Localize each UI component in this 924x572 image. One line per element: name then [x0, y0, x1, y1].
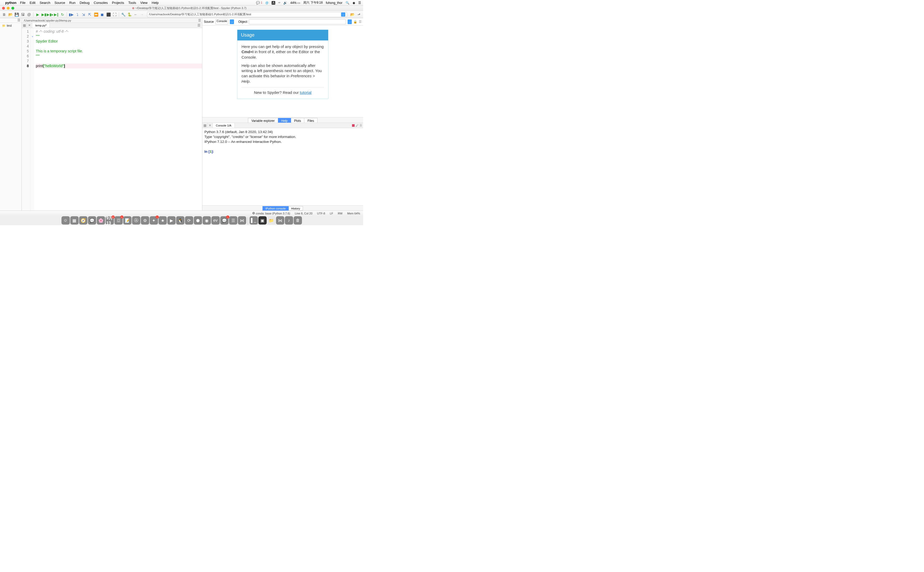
open-file-icon[interactable]: 📂 — [8, 12, 13, 17]
editor-tab-options-icon[interactable]: ☰ — [196, 23, 202, 28]
object-input[interactable] — [249, 19, 346, 24]
menu-tools[interactable]: Tools — [128, 1, 136, 5]
close-tab-icon[interactable]: ✕ — [27, 23, 32, 28]
step-out-icon[interactable]: ⇱ — [87, 12, 92, 17]
tab-plots[interactable]: Plots — [291, 118, 305, 123]
dock-qq-icon[interactable]: 🐧 — [176, 216, 184, 225]
tab-files[interactable]: Files — [304, 118, 317, 123]
tab-ipython-console[interactable]: IPython console — [263, 206, 288, 211]
chevron-down-icon[interactable]: ⌵ — [341, 12, 345, 17]
status-eol[interactable]: LF — [330, 212, 333, 215]
stop-icon[interactable]: ⬛ — [106, 12, 111, 17]
debug-icon[interactable]: ▮▶ — [68, 12, 74, 17]
menu-debug[interactable]: Debug — [79, 1, 90, 5]
code-area[interactable]: # -*- coding: utf-8 -*- """ Spyder Edito… — [34, 28, 202, 211]
parent-dir-icon[interactable]: ⬏ — [356, 12, 362, 17]
dock-app-orange-icon[interactable]: ☰ — [229, 216, 237, 225]
minimize-icon[interactable] — [7, 7, 9, 9]
console-tab-list-icon[interactable]: ▦ — [202, 123, 207, 128]
at-icon[interactable]: @ — [26, 12, 32, 17]
dock-chrome-icon[interactable]: ◉ — [202, 216, 211, 225]
tab-help[interactable]: Help — [278, 118, 291, 123]
wechat-status-icon[interactable]: 💬1 — [256, 1, 262, 5]
username[interactable]: fuhong_thor — [326, 1, 342, 5]
code-editor[interactable]: 1234 567 8 ▾ # -*- coding: utf-8 -*- """… — [22, 28, 202, 211]
save-all-icon[interactable]: 🖫 — [20, 12, 25, 17]
dock-notes-icon[interactable]: 📝 — [123, 216, 132, 225]
dock-photos-icon[interactable]: 🌸 — [97, 216, 105, 225]
datetime[interactable]: 周六 下午9:18 — [303, 0, 323, 5]
menu-edit[interactable]: Edit — [30, 1, 35, 5]
browse-dir-icon[interactable]: 📂 — [350, 12, 355, 17]
menu-help[interactable]: Help — [152, 1, 159, 5]
object-dropdown-icon[interactable]: ⌵ — [348, 19, 352, 24]
dock-finder-icon[interactable]: ☺ — [61, 216, 70, 225]
menu-search[interactable]: Search — [40, 1, 50, 5]
dock-reminders-icon[interactable]: ☲2 — [114, 216, 123, 225]
maximize-pane-icon[interactable]: ⛶ — [112, 12, 117, 17]
dock-app-teal-icon[interactable]: ⟳ — [185, 216, 193, 225]
tutorial-link[interactable]: tutorial — [300, 90, 311, 95]
console-prompt[interactable]: In [1]: — [204, 149, 361, 154]
tab-history[interactable]: History — [289, 206, 303, 211]
dock-share-icon[interactable]: ▶ — [167, 216, 176, 225]
continue-icon[interactable]: ⏩ — [93, 12, 99, 17]
menu-source[interactable]: Source — [54, 1, 65, 5]
console-remove-icon[interactable]: 🖊 — [356, 124, 358, 127]
status-encoding[interactable]: UTF-8 — [317, 212, 325, 215]
volume-icon[interactable]: 🔊 — [283, 1, 287, 5]
siri-icon[interactable]: ◉ — [353, 1, 355, 5]
dock-wechat-icon[interactable]: 💬1 — [220, 216, 229, 225]
close-icon[interactable] — [2, 7, 5, 9]
save-icon[interactable]: 💾 — [14, 12, 19, 17]
tab-list-icon[interactable]: ▦ — [22, 23, 27, 28]
dock-calendar-icon[interactable]: 9月132 — [106, 216, 114, 225]
working-dir-dropdown[interactable]: /Users/macbook/Desktop/学习笔记/人工智能基础/1.Pyt… — [147, 12, 347, 17]
project-pane-menu-icon[interactable]: ☰ — [0, 18, 22, 23]
source-dropdown-icon[interactable]: ⌵ — [230, 19, 234, 24]
dock-ev-icon[interactable]: ev — [212, 216, 220, 225]
status-conda[interactable]: ✪ conda: base (Python 3.7.6) — [252, 211, 290, 215]
dock-appstore-icon[interactable]: Ⓐ — [132, 216, 140, 225]
project-root[interactable]: test — [0, 23, 22, 28]
menu-run[interactable]: Run — [69, 1, 76, 5]
console-options-icon[interactable]: ☰ — [359, 124, 362, 127]
console-close-tab-icon[interactable]: ✕ — [207, 123, 213, 128]
maximize-icon[interactable] — [11, 7, 14, 9]
back-icon[interactable]: ← — [133, 12, 138, 17]
preferences-icon[interactable]: 🔧 — [121, 12, 126, 17]
dock-folder-icon[interactable]: 📁 — [267, 216, 275, 225]
dock-safari-icon[interactable]: 🧭 — [79, 216, 87, 225]
run-cell-advance-icon[interactable]: ▶▮▸ — [47, 12, 53, 17]
wifi-icon[interactable]: ⌔ — [278, 1, 280, 5]
rerun-icon[interactable]: ↻ — [60, 12, 65, 17]
help-options-icon[interactable]: ☰ — [359, 20, 362, 23]
app-name[interactable]: python — [5, 1, 16, 5]
spotlight-icon[interactable]: 🔍 — [345, 1, 349, 5]
kernel-interrupt-icon[interactable] — [352, 124, 355, 127]
run-cell-icon[interactable]: ▶▮ — [41, 12, 47, 17]
dock-launchpad-icon[interactable]: ▦ — [70, 216, 79, 225]
ipython-console[interactable]: Python 3.7.6 (default, Jan 8 2020, 13:42… — [202, 128, 363, 205]
input-source-icon[interactable]: A — [272, 1, 275, 5]
lock-icon[interactable]: 🔒 — [353, 20, 357, 23]
notification-center-icon[interactable]: ☰ — [358, 1, 361, 5]
menu-projects[interactable]: Projects — [112, 1, 124, 5]
dock-music-icon[interactable]: ♪ — [285, 216, 293, 225]
tab-variable-explorer[interactable]: Variable explorer — [248, 118, 278, 123]
editor-tab-temp[interactable]: temp.py* — [32, 23, 50, 28]
step-icon[interactable]: ⤵ — [75, 12, 80, 17]
source-select[interactable]: Console — [215, 19, 228, 24]
battery-status[interactable]: 44% ▭ — [290, 1, 300, 5]
pythonpath-icon[interactable]: 🐍 — [127, 12, 132, 17]
dock-trash-icon[interactable]: 🗑 — [294, 216, 302, 225]
menu-file[interactable]: File — [20, 1, 25, 5]
dock-settings-icon[interactable]: ⚙ — [141, 216, 149, 225]
dock-terminal-icon[interactable]: ▌_ — [250, 216, 258, 225]
run-selection-icon[interactable]: ▶‖ — [54, 12, 59, 17]
dock-vscode-icon[interactable]: ⋈ — [238, 216, 246, 225]
menu-consoles[interactable]: Consoles — [93, 1, 108, 5]
dock-app-red-icon[interactable]: ⬢ — [194, 216, 202, 225]
console-tab[interactable]: Console 1/A — [213, 123, 235, 128]
forward-icon[interactable]: → — [139, 12, 145, 17]
